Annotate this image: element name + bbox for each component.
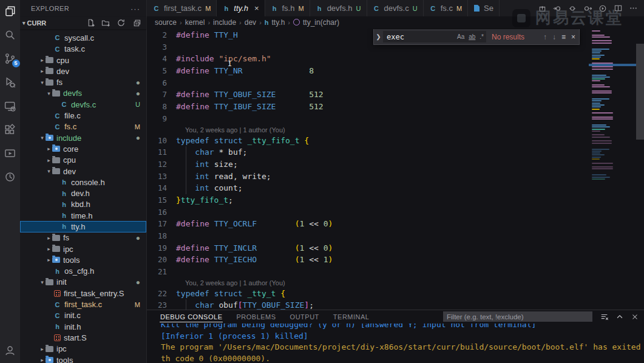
tab-first_task.c[interactable]: Cfirst_task.cM <box>147 0 217 16</box>
preview-icon[interactable] <box>4 146 17 160</box>
tree-item-time.h[interactable]: htime.h <box>20 210 146 221</box>
nav-circle-right-icon[interactable] <box>583 4 592 13</box>
tree-item-file.c[interactable]: Cfile.c <box>20 110 146 121</box>
collapse-all-icon[interactable] <box>132 18 141 28</box>
panel-tab-terminal[interactable]: TERMINAL <box>333 311 370 322</box>
tree-item-kbd.h[interactable]: hkbd.h <box>20 199 146 210</box>
tree-item-task.c[interactable]: Ctask.c <box>20 44 146 55</box>
tree-item-init.c[interactable]: Cinit.c <box>20 310 146 321</box>
source-control-icon[interactable]: 5 <box>4 52 17 65</box>
profiler-icon[interactable] <box>4 170 17 183</box>
h-file-icon: h <box>60 190 68 197</box>
explorer-icon[interactable] <box>4 4 17 18</box>
match-case-icon[interactable]: Aa <box>457 33 464 40</box>
tab-devfs.h[interactable]: hdevfs.hU <box>310 0 367 16</box>
tree-item-first_task_entry.S[interactable]: first_task_entry.S <box>20 288 146 299</box>
minimap-line <box>592 177 610 178</box>
tree-item-dev.h[interactable]: hdev.h <box>20 188 146 198</box>
nav-circle-icon[interactable] <box>568 4 577 13</box>
tree-item-ipc[interactable]: ▸ipc <box>20 243 146 254</box>
find-close-icon[interactable]: × <box>571 33 575 41</box>
remote-explorer-icon[interactable] <box>4 99 17 112</box>
tree-item-cpu[interactable]: ▸cpu <box>20 155 146 166</box>
close-tab-icon[interactable]: × <box>254 4 259 13</box>
new-folder-icon[interactable] <box>101 18 111 28</box>
code-editor[interactable]: 2#define TTY_H34#include "ipc/sem.h"5#de… <box>147 28 644 310</box>
find-in-selection-icon[interactable]: ≡ <box>561 33 566 41</box>
filter-input-field[interactable] <box>447 313 589 321</box>
nav-circle-left-icon[interactable] <box>552 4 562 13</box>
editor-scrollbar[interactable] <box>636 44 644 140</box>
tree-item-devfs.c[interactable]: Cdevfs.cU <box>20 99 146 110</box>
tab-Se[interactable]: Se <box>468 0 500 16</box>
tab-label: tty.h <box>234 4 248 13</box>
tab-tty.h[interactable]: htty.h× <box>217 0 265 16</box>
regex-icon[interactable]: .* <box>480 33 484 40</box>
split-editor-icon[interactable] <box>613 4 623 13</box>
editor-actions <box>531 0 644 16</box>
tree-item-init[interactable]: ▾init● <box>20 277 146 288</box>
more-actions-icon[interactable] <box>628 4 638 13</box>
debug-console-output[interactable]: Kill the program being debugged? (y or n… <box>147 324 644 363</box>
account-icon[interactable] <box>4 344 17 357</box>
section-header-curr[interactable]: ▾ CURR <box>20 17 146 29</box>
breadcrumb-item-dev[interactable]: dev <box>245 18 256 27</box>
run-and-debug-icon[interactable] <box>4 75 17 89</box>
tree-item-dev[interactable]: ▸dev <box>20 66 146 76</box>
tree-item-label: init.c <box>64 311 81 320</box>
breadcrumb-item-include[interactable]: include <box>213 18 236 27</box>
run-circle-icon[interactable] <box>598 4 608 13</box>
new-file-icon[interactable] <box>86 18 96 28</box>
tree-item-fs[interactable]: ▾fs● <box>20 76 146 87</box>
h-file-icon: h <box>222 5 230 12</box>
tree-item-start.S[interactable]: start.S <box>20 332 146 343</box>
code-line-7: 7#define TTY_OBUF_SIZE 512 <box>147 89 577 101</box>
breadcrumb-item-tty.h[interactable]: tty.h <box>272 18 285 27</box>
panel-tab-output[interactable]: OUTPUT <box>290 311 320 322</box>
tab-fs.c[interactable]: Cfs.cM <box>424 0 468 16</box>
tree-item-init.h[interactable]: hinit.h <box>20 321 146 332</box>
minimap-line <box>592 66 613 67</box>
refresh-icon[interactable] <box>117 18 126 28</box>
tree-item-include[interactable]: ▾include● <box>20 132 146 143</box>
bottom-panel: DEBUG CONSOLEPROBLEMSOUTPUTTERMINAL Kill… <box>147 310 644 363</box>
breadcrumb[interactable]: source›kernel›include›dev›htty.h›tty_in(… <box>147 16 644 28</box>
tree-item-fs[interactable]: ▸fs● <box>20 232 146 243</box>
tree-item-dev[interactable]: ▾dev <box>20 166 146 177</box>
tree-item-core[interactable]: ▸core <box>20 143 146 154</box>
tree-item-os_cfg.h[interactable]: hos_cfg.h <box>20 266 146 277</box>
breadcrumb-item-kernel[interactable]: kernel <box>185 18 205 27</box>
panel-tab-debug-console[interactable]: DEBUG CONSOLE <box>160 311 223 322</box>
tab-devfs.c[interactable]: Cdevfs.cU <box>367 0 424 16</box>
tree-item-devfs[interactable]: ▾devfs● <box>20 88 146 99</box>
tree-item-console.h[interactable]: hconsole.h <box>20 177 146 188</box>
panel-tab-problems[interactable]: PROBLEMS <box>236 311 276 322</box>
find-expand-chevron-icon[interactable]: ❯ <box>374 33 383 40</box>
maximize-panel-icon[interactable] <box>615 312 624 321</box>
tree-item-first_task.c[interactable]: Cfirst_task.cM <box>20 299 146 310</box>
line-number: 20 <box>147 254 176 266</box>
extensions-icon[interactable] <box>4 123 17 136</box>
tree-item-tools[interactable]: ▸tools <box>20 254 146 265</box>
explorer-more-actions-icon[interactable]: ··· <box>130 4 140 13</box>
close-panel-icon[interactable] <box>630 312 639 321</box>
whole-word-icon[interactable]: ab <box>469 33 475 40</box>
folder-icon <box>52 235 60 241</box>
find-input[interactable]: exec Aa ab .* <box>383 31 486 42</box>
clear-console-icon[interactable] <box>600 312 609 321</box>
breadcrumb-item-tty_in(char)[interactable]: tty_in(char) <box>303 18 339 27</box>
export-icon[interactable] <box>537 4 547 13</box>
minimap[interactable] <box>589 28 636 310</box>
tree-item-fs.c[interactable]: Cfs.cM <box>20 121 146 132</box>
tree-item-ipc[interactable]: ▸ipc <box>20 344 146 355</box>
find-next-icon[interactable]: ↓ <box>552 33 556 41</box>
tab-fs.h[interactable]: hfs.hM <box>265 0 310 16</box>
tree-item-syscall.c[interactable]: Csyscall.c <box>20 32 146 43</box>
search-icon[interactable] <box>4 28 17 41</box>
find-previous-icon[interactable]: ↑ <box>543 33 547 41</box>
breadcrumb-item-source[interactable]: source <box>155 18 177 27</box>
tree-item-tty.h[interactable]: htty.h <box>20 221 146 232</box>
console-filter-input[interactable] <box>443 311 592 322</box>
tree-item-cpu[interactable]: ▸cpu <box>20 55 146 66</box>
tree-item-tools[interactable]: ▸tools <box>20 355 146 363</box>
